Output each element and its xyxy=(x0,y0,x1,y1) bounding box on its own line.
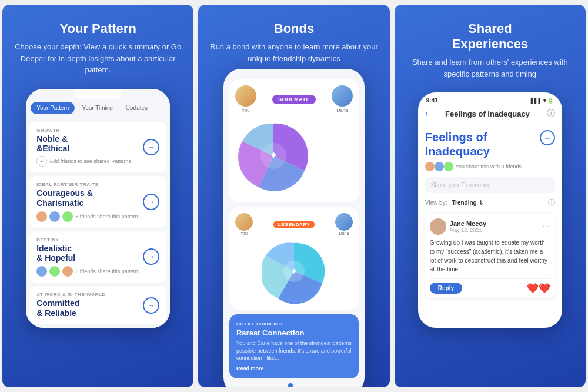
pattern-name-courageous: Courageous &Charismatic xyxy=(36,188,143,208)
noble-arrow-btn[interactable]: → xyxy=(143,139,159,155)
add-friends-row: + Add friends to see shared Patterns xyxy=(36,156,143,167)
comment-header: Jane Mccoy May 12, 2021 ··· xyxy=(430,218,550,235)
status-icons: ▌▌▌ ▾ 🔋 xyxy=(531,98,554,104)
svg-text:✦: ✦ xyxy=(290,266,298,276)
pattern-category-committed: AT WORK & IN THE WORLD xyxy=(36,292,143,297)
pattern-category-idealistic: DESTINY xyxy=(36,237,143,242)
phone-notch xyxy=(75,89,122,99)
committed-arrow-btn[interactable]: → xyxy=(143,297,159,314)
dana-label-2: Dana xyxy=(339,231,349,235)
pattern-item-committed: AT WORK & IN THE WORLD Committed& Reliab… xyxy=(29,286,166,324)
view-by-dropdown[interactable]: Trending ⇓ xyxy=(452,200,483,206)
pattern-friends-courageous: 3 friends share this pattern xyxy=(36,211,143,222)
pattern-name-noble: Noble &&Ethical xyxy=(36,134,143,154)
pattern-item-left: GROWTH Noble &&Ethical + Add friends to … xyxy=(36,128,143,167)
pattern-item-idealistic: DESTINY Idealistic& Hopeful 3 friends sh… xyxy=(29,231,166,283)
panel1-subtitle: Choose your depth: View a quick summary … xyxy=(13,41,183,76)
friend-avatar-4 xyxy=(36,266,47,277)
friend-avatar-2 xyxy=(49,211,60,222)
panel2-title: Bonds xyxy=(274,21,314,36)
read-more-link[interactable]: Read more xyxy=(236,366,352,371)
tab-updates[interactable]: Updates xyxy=(120,102,153,114)
view-by-value: Trending xyxy=(452,200,476,206)
info-icon[interactable]: ⓘ xyxy=(547,108,555,119)
pattern-list: GROWTH Noble &&Ethical + Add friends to … xyxy=(26,118,170,328)
heart-icon[interactable]: ❤️❤️ xyxy=(527,283,550,294)
pattern-item-left-2: IDEAL PARTNER TRAITS Courageous &Charism… xyxy=(36,182,143,222)
pattern-category-courageous: IDEAL PARTNER TRAITS xyxy=(36,182,143,187)
panel-your-pattern: Your Pattern Choose your depth: View a q… xyxy=(2,5,193,387)
friend-avatar-1 xyxy=(36,211,47,222)
friend-avatar-5 xyxy=(49,266,60,277)
pattern-friends-idealistic: 3 friends share this pattern xyxy=(36,266,143,277)
tab-your-timing[interactable]: Your Timing xyxy=(76,102,118,114)
phone-content: Feelings ofInadequacy → You share this w… xyxy=(418,124,562,304)
comment-more-icon[interactable]: ··· xyxy=(542,221,550,232)
pie-chart-top: ✦ xyxy=(235,118,312,194)
comment-body: Growing up I was taught to equate my wor… xyxy=(430,238,550,274)
chevron-down-icon: ⇓ xyxy=(479,200,483,206)
share-placeholder: Share your Experience xyxy=(431,182,491,188)
comment-footer: Reply ❤️❤️ xyxy=(430,278,550,294)
idealistic-arrow-btn[interactable]: → xyxy=(143,248,159,265)
pattern-item-left-4: AT WORK & IN THE WORLD Committed& Reliab… xyxy=(36,292,143,318)
view-by-label: View by: xyxy=(425,200,447,206)
friend-avatar-3 xyxy=(62,211,73,222)
panel2-subtitle: Run a bond with anyone to learn more abo… xyxy=(209,41,379,64)
pattern-item-left-3: DESTINY Idealistic& Hopeful 3 friends sh… xyxy=(36,237,143,277)
view-by-row: View by: Trending ⇓ ⓘ xyxy=(425,198,555,208)
dot-inactive xyxy=(295,383,300,387)
phone-time: 9:41 xyxy=(426,97,438,104)
dana-label-top: Dana xyxy=(336,108,348,113)
pie-chart-bottom: ✦ xyxy=(262,239,326,304)
share-input-field[interactable]: Share your Experience xyxy=(425,177,555,193)
friend-avatar-6 xyxy=(62,266,73,277)
phone-nav: ‹ Feelings of Inadequacy ⓘ xyxy=(418,106,562,124)
wifi-icon: ▾ xyxy=(543,98,546,104)
share-avatar-2 xyxy=(435,162,444,171)
friends-text-courageous: 3 friends share this pattern xyxy=(75,214,138,220)
bond-bottom-title: Rarest Connection xyxy=(236,328,352,337)
you-label-2: You xyxy=(240,231,248,235)
pattern-title: Feelings ofInadequacy xyxy=(425,130,490,158)
panel-shared-experiences: SharedExperiences Share and learn from o… xyxy=(395,5,586,387)
commenter-name: Jane Mccoy xyxy=(450,220,486,227)
panel3-subtitle: Share and learn from others' experiences… xyxy=(405,57,575,79)
phone-mockup-1: Your Pattern Your Timing Updates GROWTH … xyxy=(26,89,170,328)
dot-active xyxy=(288,383,293,387)
panel3-title: SharedExperiences xyxy=(452,21,529,52)
courageous-arrow-btn[interactable]: → xyxy=(143,194,159,210)
svg-text:✦: ✦ xyxy=(269,150,278,161)
add-icon[interactable]: + xyxy=(36,156,47,167)
bond-bottom-text: You and Dane have one of the strongest p… xyxy=(236,340,352,362)
title-row: Feelings ofInadequacy → xyxy=(425,130,555,162)
soulmate-label: SOULMATE xyxy=(272,95,316,104)
tab-your-pattern[interactable]: Your Pattern xyxy=(31,102,75,114)
reply-button[interactable]: Reply xyxy=(430,283,462,294)
you-label: You xyxy=(242,108,250,113)
back-icon[interactable]: ‹ xyxy=(425,108,428,119)
friends-text-idealistic: 3 friends share this pattern xyxy=(75,268,138,274)
phone-mockup-2: You SOULMATE Dana ✦ xyxy=(223,69,365,387)
pattern-name-committed: Committed& Reliable xyxy=(36,298,143,318)
pattern-item-courageous: IDEAL PARTNER TRAITS Courageous &Charism… xyxy=(29,176,166,228)
share-avatar-3 xyxy=(444,162,453,171)
commenter-avatar xyxy=(430,218,446,235)
bond-bottom-label: GO LIFE CHANGING xyxy=(236,321,352,327)
pattern-arrow-btn[interactable]: → xyxy=(540,130,555,145)
panel1-title: Your Pattern xyxy=(59,21,136,36)
status-bar: 9:41 ▌▌▌ ▾ 🔋 xyxy=(418,92,562,106)
phone-mockup-3: 9:41 ▌▌▌ ▾ 🔋 ‹ Feelings of Inadequacy ⓘ … xyxy=(418,92,562,328)
share-with-text: You share this with 3 friends xyxy=(456,164,522,170)
battery-icon: 🔋 xyxy=(547,98,554,104)
panel-bonds: Bonds Run a bond with anyone to learn mo… xyxy=(198,5,389,387)
pattern-name-idealistic: Idealistic& Hopeful xyxy=(36,244,143,264)
comment-date: May 12, 2021 xyxy=(450,227,486,233)
share-with-row: You share this with 3 friends xyxy=(425,162,555,171)
bond-card-bottom: GO LIFE CHANGING Rarest Connection You a… xyxy=(229,314,359,378)
add-friends-text: Add friends to see shared Patterns xyxy=(49,158,131,164)
pattern-item-noble: GROWTH Noble &&Ethical + Add friends to … xyxy=(29,122,166,173)
comment-card: Jane Mccoy May 12, 2021 ··· Growing up I… xyxy=(425,214,555,298)
view-info-icon[interactable]: ⓘ xyxy=(548,198,555,208)
share-avatar-1 xyxy=(425,162,435,171)
